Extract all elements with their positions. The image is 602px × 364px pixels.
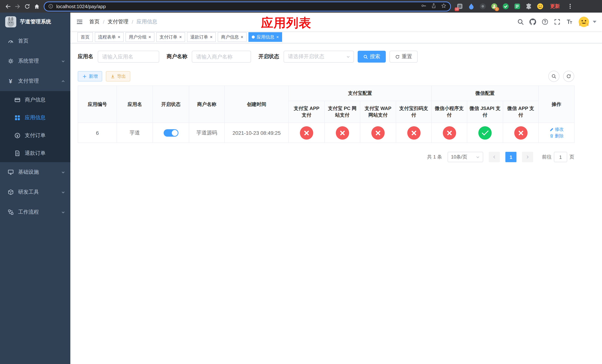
export-button[interactable]: 导出 bbox=[106, 71, 130, 81]
edit-button[interactable]: 修改 bbox=[549, 126, 564, 133]
back-icon[interactable] bbox=[3, 1, 13, 11]
delete-button[interactable]: 删除 bbox=[549, 133, 564, 139]
browser-menu-icon[interactable] bbox=[567, 3, 573, 9]
pay-order-icon bbox=[14, 132, 20, 139]
col-header-alipay-qr: 支付宝扫码支付 bbox=[396, 101, 431, 123]
browser-update-button[interactable]: 更新 bbox=[550, 3, 560, 10]
status-select-placeholder: 请选择开启状态 bbox=[288, 53, 324, 60]
app-name-label: 应用名 bbox=[78, 53, 93, 60]
merchant-name-input[interactable] bbox=[192, 51, 251, 63]
check-circle-extension-icon[interactable] bbox=[502, 3, 509, 10]
trash-icon bbox=[549, 134, 554, 138]
help-icon[interactable] bbox=[542, 19, 548, 25]
tab-pay-orders[interactable]: 支付订单× bbox=[156, 32, 185, 42]
chevron-down-icon bbox=[61, 190, 65, 194]
tab-user-group[interactable]: 用户分组× bbox=[126, 32, 154, 42]
app-name-input[interactable] bbox=[98, 51, 159, 63]
edit-icon bbox=[549, 127, 554, 132]
col-header-alipay-app: 支付宝 APP 支付 bbox=[289, 101, 324, 123]
breadcrumb-payment[interactable]: 支付管理 bbox=[108, 19, 129, 25]
tab-process-form[interactable]: 流程表单× bbox=[95, 32, 124, 42]
url-text[interactable]: localhost:1024/pay/app bbox=[56, 3, 421, 9]
breadcrumb: 首页 / 支付管理 / 应用信息 bbox=[89, 19, 157, 25]
header-search-icon[interactable] bbox=[517, 19, 524, 25]
prev-page-button[interactable] bbox=[489, 152, 500, 162]
show-search-button[interactable] bbox=[548, 71, 559, 82]
user-avatar[interactable] bbox=[578, 16, 589, 27]
sidebar-item-app-info[interactable]: 应用信息 bbox=[0, 109, 70, 127]
refresh-table-button[interactable] bbox=[563, 71, 574, 82]
forward-icon[interactable] bbox=[13, 1, 22, 11]
emoji-extension-icon[interactable] bbox=[537, 3, 544, 10]
drop-extension-icon[interactable] bbox=[468, 3, 475, 10]
address-bar[interactable]: localhost:1024/pay/app bbox=[44, 1, 451, 11]
pinned-extension-icon[interactable]: 10 bbox=[456, 3, 463, 10]
password-key-icon[interactable] bbox=[421, 3, 427, 10]
page-size-select[interactable]: 10条/页 bbox=[448, 152, 483, 162]
sidebar-item-workflow[interactable]: 工作流程 bbox=[0, 202, 70, 222]
alipay-pc-status-icon bbox=[336, 126, 349, 139]
app-logo[interactable]: 芋道管理系统 bbox=[0, 13, 70, 31]
puzzle-extension-icon[interactable] bbox=[525, 3, 532, 10]
cell-status bbox=[153, 123, 189, 143]
browser-toolbar: localhost:1024/pay/app 10 bbox=[0, 0, 602, 13]
avatar-extension-icon[interactable]: 1 bbox=[491, 3, 498, 10]
reset-button[interactable]: 重置 bbox=[389, 51, 418, 63]
workflow-icon bbox=[7, 209, 14, 215]
toolbox-icon bbox=[7, 189, 14, 195]
sidebar-item-label: 应用信息 bbox=[25, 114, 45, 121]
chat-extension-icon[interactable] bbox=[514, 3, 521, 10]
font-size-icon[interactable] bbox=[566, 19, 573, 25]
tab-merchant-info[interactable]: 商户信息× bbox=[218, 32, 247, 42]
tab-app-info[interactable]: 应用信息× bbox=[248, 32, 282, 42]
chevron-down-icon bbox=[61, 210, 65, 214]
sidebar-item-system[interactable]: 系统管理 bbox=[0, 51, 70, 71]
extension-badge: 10 bbox=[455, 7, 459, 11]
search-icon bbox=[363, 54, 368, 59]
sidebar-item-pay-orders[interactable]: 支付订单 bbox=[0, 127, 70, 144]
current-page-button[interactable]: 1 bbox=[505, 152, 516, 162]
tab-home[interactable]: 首页 bbox=[77, 32, 93, 42]
col-group-wechat: 微信配置 bbox=[431, 86, 538, 101]
home-icon[interactable] bbox=[32, 1, 42, 11]
github-icon[interactable] bbox=[529, 19, 536, 25]
status-select[interactable]: 请选择开启状态 bbox=[284, 51, 354, 63]
close-icon[interactable]: × bbox=[276, 35, 279, 39]
col-header-app-name: 应用名 bbox=[117, 86, 153, 123]
status-toggle[interactable] bbox=[163, 129, 178, 137]
sidebar-item-merchant-info[interactable]: 商户信息 bbox=[0, 91, 70, 109]
close-icon[interactable]: × bbox=[210, 35, 213, 39]
chevron-right-icon bbox=[525, 155, 530, 159]
add-button-label: 新增 bbox=[89, 73, 98, 79]
add-button[interactable]: 新增 bbox=[78, 71, 102, 81]
sidebar-item-label: 支付管理 bbox=[18, 78, 39, 85]
reload-icon[interactable] bbox=[22, 1, 32, 11]
wechat-mini-status-icon bbox=[443, 126, 456, 139]
close-icon[interactable]: × bbox=[179, 35, 182, 39]
sidebar-item-label: 系统管理 bbox=[18, 58, 39, 64]
close-icon[interactable]: × bbox=[118, 35, 120, 39]
sidebar-item-refund-orders[interactable]: 退款订单 bbox=[0, 144, 70, 162]
hamburger-icon[interactable] bbox=[76, 18, 83, 26]
close-icon[interactable]: × bbox=[241, 35, 243, 39]
share-icon[interactable] bbox=[431, 3, 437, 10]
search-button[interactable]: 搜索 bbox=[358, 51, 386, 63]
breadcrumb-home[interactable]: 首页 bbox=[89, 19, 100, 25]
goto-page-input[interactable] bbox=[554, 152, 567, 162]
sidebar-item-dev-tools[interactable]: 研发工具 bbox=[0, 182, 70, 202]
close-icon[interactable]: × bbox=[149, 35, 151, 39]
col-header-actions: 操作 bbox=[538, 86, 574, 123]
tab-refund-orders[interactable]: 退款订单× bbox=[187, 32, 216, 42]
card-icon bbox=[14, 97, 20, 103]
payment-submenu: 商户信息 应用信息 支付订单 bbox=[0, 91, 70, 162]
sidebar-item-infrastructure[interactable]: 基础设施 bbox=[0, 162, 70, 182]
sidebar-item-home[interactable]: 首页 bbox=[0, 31, 70, 51]
table-toolbar: 新增 导出 bbox=[78, 71, 574, 82]
next-page-button[interactable] bbox=[522, 152, 533, 162]
bookmark-star-icon[interactable] bbox=[441, 3, 447, 10]
avatar-caret-icon[interactable] bbox=[593, 21, 596, 23]
sidebar-item-payment[interactable]: ¥ 支付管理 bbox=[0, 71, 70, 91]
fullscreen-icon[interactable] bbox=[554, 19, 560, 25]
site-info-icon[interactable] bbox=[48, 4, 53, 9]
dark-circle-extension-icon[interactable] bbox=[479, 3, 486, 10]
